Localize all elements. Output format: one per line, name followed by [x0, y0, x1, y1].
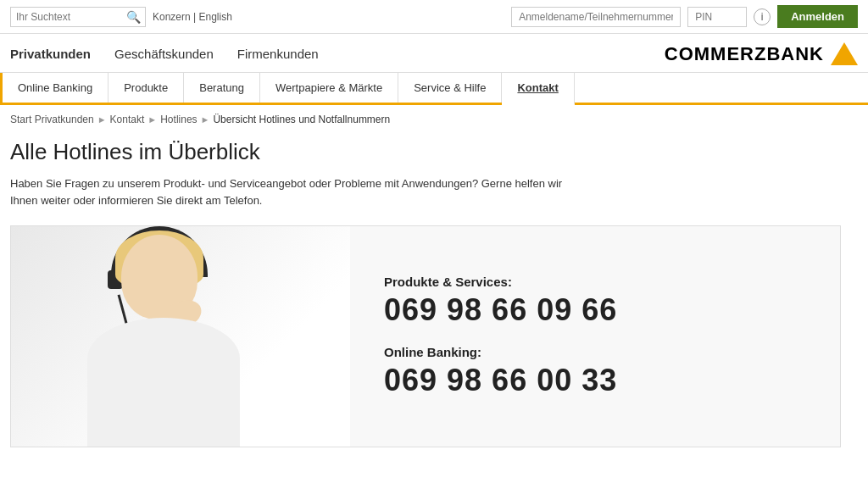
agent-figure [36, 226, 291, 447]
pin-input[interactable] [687, 7, 747, 27]
konzern-link[interactable]: Konzern [153, 11, 191, 23]
nav-firmenkunden[interactable]: Firmenkunden [237, 47, 319, 61]
top-bar-left: 🔍 Konzern | English [10, 7, 232, 27]
banking-number: 069 98 66 00 33 [384, 363, 806, 398]
nav-kontakt[interactable]: Kontakt [502, 73, 574, 105]
logo-diamond-icon [831, 42, 858, 65]
hotline-card: Produkte & Services: 069 98 66 09 66 Onl… [10, 225, 841, 447]
top-bar-right: i Anmelden [511, 5, 858, 28]
konzern-lang: Konzern | English [153, 11, 232, 23]
main-content: Alle Hotlines im Überblick Haben Sie Fra… [0, 130, 868, 464]
login-button[interactable]: Anmelden [777, 5, 858, 28]
search-input[interactable] [16, 11, 126, 23]
page-description: Haben Sie Fragen zu unserem Produkt- und… [10, 175, 587, 208]
breadcrumb-sep-3: ► [201, 114, 210, 125]
nav-service-hilfe[interactable]: Service & Hilfe [398, 73, 502, 103]
language-link[interactable]: English [199, 11, 232, 23]
service-number: 069 98 66 09 66 [384, 292, 806, 328]
breadcrumb-sep-1: ► [97, 114, 107, 125]
login-input[interactable] [511, 7, 681, 27]
nav-geschaeftskunden[interactable]: Geschäftskunden [114, 47, 214, 61]
breadcrumb-start[interactable]: Start Privatkunden [10, 114, 94, 125]
nav-online-banking[interactable]: Online Banking [0, 73, 108, 103]
info-button[interactable]: i [754, 8, 771, 25]
hotline-info: Produkte & Services: 069 98 66 09 66 Onl… [350, 258, 840, 415]
logo-text: COMMERZBANK [665, 43, 824, 65]
banking-label: Online Banking: [384, 345, 806, 359]
breadcrumb: Start Privatkunden ► Kontakt ► Hotlines … [0, 105, 868, 130]
hotline-image [11, 226, 350, 447]
breadcrumb-kontakt[interactable]: Kontakt [110, 114, 145, 125]
search-box: 🔍 [10, 7, 146, 27]
customer-type-nav: Privatkunden Geschäftskunden Firmenkunde… [10, 47, 319, 61]
nav-beratung[interactable]: Beratung [184, 73, 260, 103]
main-nav: Online Banking Produkte Beratung Wertpap… [0, 73, 868, 105]
breadcrumb-current: Übersicht Hotlines und Notfallnummern [213, 114, 390, 125]
service-label: Produkte & Services: [384, 275, 806, 289]
secondary-nav: Privatkunden Geschäftskunden Firmenkunde… [0, 34, 868, 73]
breadcrumb-sep-2: ► [147, 114, 157, 125]
breadcrumb-hotlines[interactable]: Hotlines [160, 114, 197, 125]
nav-wertpapiere[interactable]: Wertpapiere & Märkte [260, 73, 398, 103]
nav-produkte[interactable]: Produkte [108, 73, 184, 103]
nav-privatkunden[interactable]: Privatkunden [10, 47, 91, 61]
logo-area: COMMERZBANK [665, 42, 858, 65]
page-title: Alle Hotlines im Überblick [10, 139, 858, 165]
top-bar: 🔍 Konzern | English i Anmelden [0, 0, 868, 34]
agent-body [87, 318, 240, 447]
search-button[interactable]: 🔍 [126, 10, 141, 24]
